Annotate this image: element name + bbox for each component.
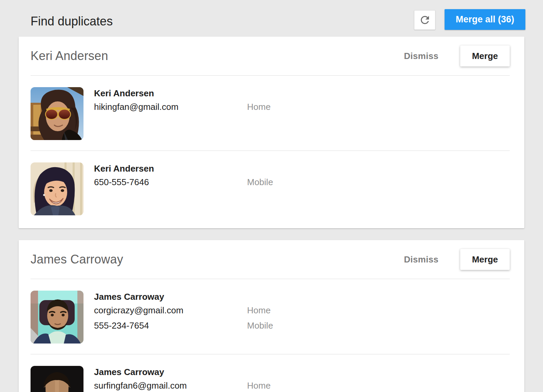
contact-info: Keri Andersen 650-555-7646 Mobile [94, 162, 510, 215]
contact-row: Keri Andersen hikingfan@gmail.com Home [19, 76, 524, 151]
field-type-label: Home [247, 378, 270, 392]
field-type-label: Mobile [247, 318, 273, 333]
contact-field: surfingfan6@gmail.com Home [94, 378, 510, 392]
man-beard-car-selfie-photo [31, 291, 83, 344]
field-type-label: Mobile [247, 175, 273, 190]
man-short-hair-dark-background-photo [31, 366, 83, 392]
contact-name: James Carroway [94, 366, 510, 378]
page-title: Find duplicates [31, 14, 113, 28]
contact-info: Keri Andersen hikingfan@gmail.com Home [94, 87, 510, 140]
contact-field: hikingfan@gmail.com Home [94, 99, 510, 115]
field-type-label: Home [247, 99, 270, 115]
contact-row: Keri Andersen 650-555-7646 Mobile [19, 151, 524, 226]
dismiss-button[interactable]: Dismiss [404, 51, 438, 61]
contact-phone: 555-234-7654 [94, 318, 247, 333]
merge-button[interactable]: Merge [460, 45, 510, 66]
contact-name: James Carroway [94, 291, 510, 303]
contact-info: James Carroway corgicrazy@gmail.com Home… [94, 291, 510, 344]
card-title: Keri Andersen [31, 49, 404, 63]
duplicate-card-keri-andersen: Keri Andersen Dismiss Merge [19, 37, 524, 228]
card-header: James Carroway Dismiss Merge [19, 240, 524, 279]
field-type-label: Home [247, 303, 270, 318]
card-header: Keri Andersen Dismiss Merge [19, 37, 524, 75]
card-title: James Carroway [31, 252, 404, 267]
contact-info: James Carroway surfingfan6@gmail.com Hom… [94, 366, 510, 392]
contact-name: Keri Andersen [94, 162, 510, 175]
woman-curly-hair-sunglasses-photo [31, 87, 83, 140]
contact-field: corgicrazy@gmail.com Home [94, 303, 510, 318]
refresh-button[interactable] [414, 10, 435, 30]
contact-field: 555-234-7654 Mobile [94, 318, 510, 333]
contact-field: 650-555-7646 Mobile [94, 175, 510, 190]
refresh-icon [419, 14, 431, 26]
contact-name: Keri Andersen [94, 87, 510, 99]
merge-all-button[interactable]: Merge all (36) [445, 9, 525, 30]
woman-dark-hair-smiling-photo [31, 162, 83, 215]
contact-email: corgicrazy@gmail.com [94, 303, 247, 318]
contact-email: hikingfan@gmail.com [94, 99, 247, 115]
contact-row: James Carroway surfingfan6@gmail.com Hom… [19, 354, 524, 392]
duplicate-card-james-carroway: James Carroway Dismiss Merge [19, 240, 524, 392]
contact-phone: 650-555-7646 [94, 175, 247, 190]
contact-email: surfingfan6@gmail.com [94, 378, 247, 392]
merge-button[interactable]: Merge [460, 249, 510, 270]
dismiss-button[interactable]: Dismiss [404, 254, 438, 265]
contact-row: James Carroway corgicrazy@gmail.com Home… [19, 279, 524, 354]
